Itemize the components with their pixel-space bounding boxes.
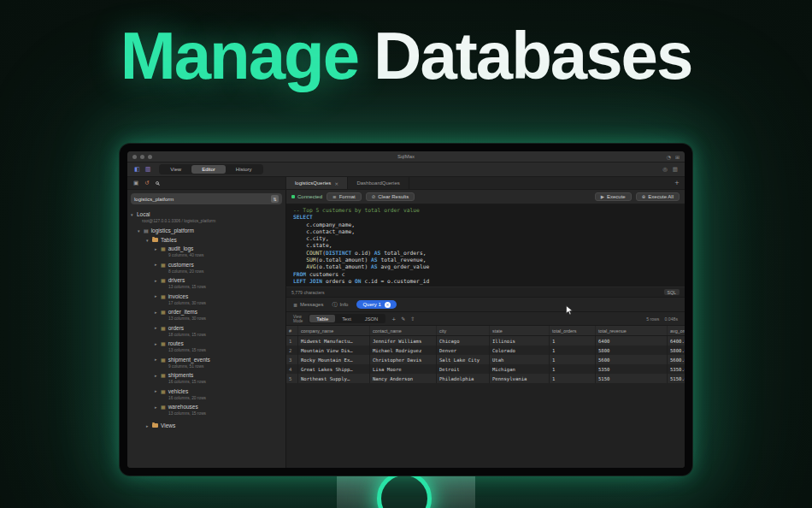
chevron-down-icon[interactable]: ▾ xyxy=(146,238,152,243)
sidebar-table-item[interactable]: ▸▦customers8 columns, 20 rows xyxy=(155,261,282,274)
database-icon: ▤ xyxy=(144,227,149,233)
chevron-right-icon[interactable]: ▸ xyxy=(155,278,161,283)
column-header[interactable]: state xyxy=(490,326,550,335)
database-selector-value: logistics_platform xyxy=(134,197,271,202)
sidebar-table-item[interactable]: ▸▦shipments16 columns, 15 rows xyxy=(155,371,282,384)
chevron-right-icon[interactable]: ▸ xyxy=(155,341,161,346)
nav-tab-history[interactable]: History xyxy=(226,165,262,174)
nav-circle-icon[interactable]: ◎ xyxy=(662,166,668,173)
column-header[interactable]: total_revenue xyxy=(596,326,668,335)
close-icon[interactable]: × xyxy=(385,302,391,308)
table-row[interactable]: 2Mountain View Dis…Michael RodriguezDenv… xyxy=(286,346,685,355)
sidebar-table-item[interactable]: ▸▦vehicles16 columns, 20 rows xyxy=(155,387,282,400)
table-name: invoices xyxy=(168,293,188,299)
panel-toggle-icon[interactable]: ▥ xyxy=(145,166,151,173)
document-tab-bar: ▣ ↺ logisticsQueries×DashboardQueries + xyxy=(127,177,685,190)
sidebar-table-item[interactable]: ▸▦audit_logs9 columns, 40 rows xyxy=(155,245,282,257)
doc-tab[interactable]: DashboardQueries xyxy=(348,177,409,189)
chevron-right-icon[interactable]: ▸ xyxy=(155,293,161,298)
chevron-right-icon[interactable]: ▸ xyxy=(155,262,161,267)
chevron-right-icon[interactable]: ▸ xyxy=(155,405,161,410)
undo-icon[interactable]: ↺ xyxy=(144,180,149,186)
column-header[interactable]: contact_name xyxy=(370,326,437,335)
plus-icon[interactable]: + xyxy=(391,316,396,322)
cell: Colorado xyxy=(490,346,550,355)
cell: 5150.0 xyxy=(668,374,685,383)
view-tab-table[interactable]: Table xyxy=(309,315,335,322)
edit-icon[interactable]: ✎ xyxy=(401,316,405,322)
format-button[interactable]: ≡ Format xyxy=(327,192,362,201)
column-header[interactable]: city xyxy=(437,326,490,335)
chevron-right-icon[interactable]: ▸ xyxy=(146,423,152,428)
window-circle-icon[interactable]: ◔ xyxy=(667,154,671,160)
sidebar-table-item[interactable]: ▸▦invoices17 columns, 30 rows xyxy=(155,292,282,305)
table-row[interactable]: 3Rocky Mountain Ex…Christopher DavisSalt… xyxy=(286,355,685,364)
clear-results-button[interactable]: ⊘ Clear Results xyxy=(366,192,415,201)
nav-grid-icon[interactable]: ▥ xyxy=(673,166,678,173)
view-tab-text[interactable]: Text xyxy=(335,315,358,322)
column-header[interactable]: # xyxy=(286,326,298,335)
execution-toolbar: Connected ≡ Format ⊘ Clear Results ▶ Exe… xyxy=(286,190,685,204)
sidebar-table-item[interactable]: ▸▦warehouses13 columns, 15 rows xyxy=(155,403,282,416)
table-icon: ▦ xyxy=(161,388,166,394)
tree-database[interactable]: ▾ ▤ logistics_platform xyxy=(131,226,282,235)
column-header[interactable]: company_name xyxy=(298,326,370,335)
table-row[interactable]: 4Great Lakes Shipp…Lisa MooreDetroitMich… xyxy=(286,364,685,374)
tree-connection[interactable]: ▾ Local xyxy=(131,210,282,219)
doc-tab[interactable]: logisticsQueries× xyxy=(286,177,348,189)
sidebar-table-item[interactable]: ▸▦drivers13 columns, 15 rows xyxy=(155,276,282,289)
chevron-right-icon[interactable]: ▸ xyxy=(155,325,161,330)
app-window: SqlMax ◔ ⊞ ◧ ▥ ViewEditorHistory ◎ ▥ ▣ ↺ xyxy=(127,151,685,468)
table-name: shipment_events xyxy=(168,357,210,363)
save-icon[interactable]: ▣ xyxy=(133,180,138,186)
folder-icon xyxy=(152,423,158,428)
traffic-lights[interactable] xyxy=(132,155,152,159)
window-grid-icon[interactable]: ⊞ xyxy=(675,154,680,160)
execute-all-button[interactable]: ⊕ Execute All xyxy=(636,192,680,201)
search-icon[interactable] xyxy=(156,181,159,185)
tree-folder-views[interactable]: ▸ Views xyxy=(131,421,282,430)
sidebar-table-item[interactable]: ▸▦order_items13 columns, 30 rows xyxy=(155,308,282,321)
cell: 1 xyxy=(550,355,596,364)
column-header[interactable]: total_orders xyxy=(550,326,596,335)
chevron-right-icon[interactable]: ▸ xyxy=(155,388,161,393)
sidebar-table-item[interactable]: ▸▦routes13 columns, 15 rows xyxy=(155,340,282,352)
stepper-icon[interactable]: ⇅ xyxy=(271,195,279,203)
tree-folder-tables[interactable]: ▾ Tables xyxy=(131,235,282,245)
chevron-right-icon[interactable]: ▸ xyxy=(155,373,161,378)
nav-tab-editor[interactable]: Editor xyxy=(191,165,226,174)
share-icon[interactable]: ⇧ xyxy=(410,316,415,322)
execute-button[interactable]: ▶ Execute xyxy=(595,192,632,201)
zoom-window-icon[interactable] xyxy=(148,155,152,159)
info-label: Info xyxy=(339,302,348,307)
tab-info[interactable]: ⓘ Info xyxy=(332,301,348,309)
tab-query-1[interactable]: Query 1 × xyxy=(356,300,396,309)
sidebar-toggle-icon[interactable]: ◧ xyxy=(134,166,140,173)
chevron-right-icon[interactable]: ▸ xyxy=(155,246,161,251)
cell: Lisa Moore xyxy=(370,364,437,374)
sidebar-table-item[interactable]: ▸▦orders18 columns, 15 rows xyxy=(155,324,282,337)
table-row[interactable]: 1Midwest Manufactu…Jennifer WilliamsChic… xyxy=(286,336,685,346)
tab-messages[interactable]: ≣ Messages xyxy=(293,302,323,308)
close-window-icon[interactable] xyxy=(132,155,137,159)
cell: 5800 xyxy=(596,346,668,355)
close-icon[interactable]: × xyxy=(334,180,338,186)
cell: Northeast Supply… xyxy=(298,374,370,383)
database-selector[interactable]: logistics_platform ⇅ xyxy=(131,193,282,204)
cell: 3 xyxy=(286,355,298,364)
chevron-down-icon[interactable]: ▾ xyxy=(138,228,144,233)
chevron-down-icon[interactable]: ▾ xyxy=(131,212,137,217)
minimize-window-icon[interactable] xyxy=(140,155,144,159)
add-tab-icon[interactable]: + xyxy=(669,177,685,189)
chevron-right-icon[interactable]: ▸ xyxy=(155,310,161,315)
sql-editor[interactable]: -- Top 5 customers by total order valueS… xyxy=(286,204,685,286)
sidebar-table-item[interactable]: ▸▦shipment_events9 columns, 51 rows xyxy=(155,356,282,369)
table-row[interactable]: 5Northeast Supply…Nancy AndersonPhiladel… xyxy=(286,374,685,383)
window-title: SqlMax xyxy=(127,154,685,159)
chevron-right-icon[interactable]: ▸ xyxy=(155,357,161,362)
view-mode-label: View Mode xyxy=(293,315,303,323)
view-tab-json[interactable]: JSON xyxy=(358,315,385,322)
column-header[interactable]: avg_order_value xyxy=(668,326,685,335)
clear-results-label: Clear Results xyxy=(378,194,409,199)
nav-tab-view[interactable]: View xyxy=(160,165,191,174)
